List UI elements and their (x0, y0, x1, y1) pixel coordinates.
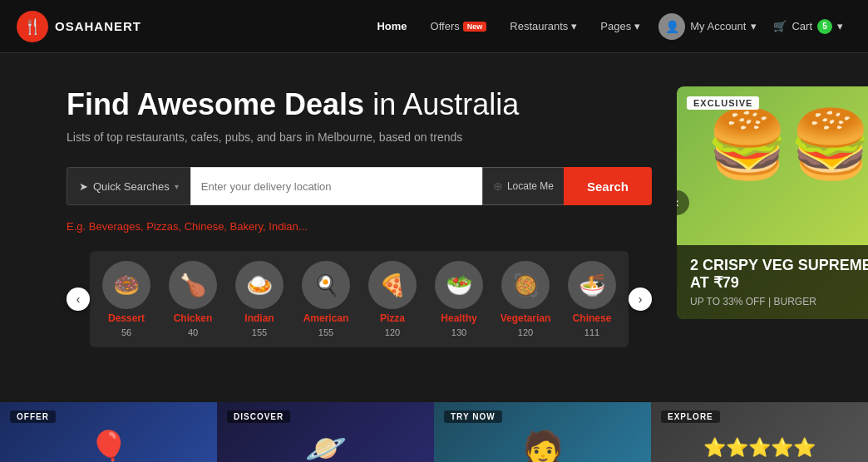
card-label-explore: EXPLORE (661, 410, 720, 423)
cart-label: Cart (792, 20, 812, 32)
chevron-down-icon: ▾ (175, 182, 179, 191)
bottom-card-try[interactable]: 🧑 TRY NOW (434, 402, 651, 462)
location-arrow-icon: ➤ (79, 180, 88, 193)
card-icon-offer: 🎈 (88, 429, 130, 463)
search-button[interactable]: Search (564, 167, 652, 205)
category-item-american[interactable]: 🍳 American 155 (296, 261, 356, 337)
suggestion-pizzas[interactable]: Pizzas, (146, 220, 181, 233)
nav-link-offers[interactable]: Offers New (421, 13, 497, 39)
category-img-american: 🍳 (302, 261, 350, 309)
card-label-discover: DISCOVER (227, 410, 290, 423)
nav-item-home[interactable]: Home (367, 13, 417, 39)
category-item-dessert[interactable]: 🍩 Dessert 56 (96, 261, 156, 337)
bottom-cards: 🎈 OFFER 🪐 DISCOVER 🧑 TRY NOW ⭐⭐⭐⭐⭐ EXPLO… (0, 402, 868, 462)
search-bar: ➤ Quick Searches ▾ ⊕ Locate Me Search (67, 167, 652, 205)
locate-me-button[interactable]: ⊕ Locate Me (482, 167, 564, 205)
logo-area[interactable]: 🍴 OSAHANERT (17, 11, 141, 42)
category-item-indian[interactable]: 🍛 Indian 155 (229, 261, 289, 337)
nav-links: Home Offers New Restaurants ▾ Pages ▾ (367, 13, 650, 39)
category-item-chicken[interactable]: 🍗 Chicken 40 (163, 261, 223, 337)
category-carousel: ‹ 🍩 Dessert 56 🍗 Chicken 40 🍛 Indian 155… (67, 251, 652, 347)
avatar: 👤 (658, 13, 685, 40)
category-img-dessert: 🍩 (102, 261, 150, 309)
offers-badge: New (463, 22, 487, 32)
suggestion-bakery[interactable]: Bakery, (230, 220, 266, 233)
locate-me-label: Locate Me (507, 180, 554, 192)
hero-subtitle: Lists of top restaurants, cafes, pubs, a… (67, 130, 652, 144)
locate-icon: ⊕ (493, 179, 503, 193)
logo-text: OSAHANERT (55, 19, 141, 33)
account-label: My Account (690, 20, 746, 32)
logo-icon: 🍴 (17, 11, 48, 42)
cart-menu[interactable]: 🛒 Cart 5 ▾ (765, 19, 851, 34)
quick-searches-label: Quick Searches (93, 180, 170, 193)
category-img-chicken: 🍗 (169, 261, 217, 309)
category-img-chinese: 🍜 (568, 261, 616, 309)
bottom-card-discover[interactable]: 🪐 DISCOVER (217, 402, 434, 462)
category-item-pizza[interactable]: 🍕 Pizza 120 (362, 261, 422, 337)
chevron-down-icon: ▾ (571, 20, 577, 32)
burger-illustration: 🍔🍔 (706, 111, 868, 178)
hero-left: Find Awesome Deals in Australia Lists of… (67, 86, 652, 347)
cart-count-badge: 5 (817, 19, 832, 34)
card-icon-explore: ⭐⭐⭐⭐⭐ (703, 437, 816, 459)
suggestions: E.g. Beverages, Pizzas, Chinese, Bakery,… (67, 220, 652, 233)
category-name-indian: Indian (244, 312, 274, 324)
nav-item-restaurants[interactable]: Restaurants ▾ (500, 13, 587, 39)
chevron-down-icon: ▾ (837, 20, 843, 32)
category-img-pizza: 🍕 (368, 261, 417, 309)
nav-link-pages[interactable]: Pages ▾ (590, 13, 650, 39)
card-icon-try: 🧑 (522, 429, 564, 463)
card-icon-discover: 🪐 (305, 429, 347, 463)
category-item-vegetarian[interactable]: 🥘 Vegetarian 120 (496, 261, 555, 337)
category-count-dessert: 56 (121, 327, 131, 337)
suggestion-indian[interactable]: Indian... (269, 220, 307, 233)
category-count-indian: 155 (252, 327, 267, 337)
category-img-indian: 🍛 (235, 261, 284, 309)
category-img-healthy: 🥗 (435, 261, 483, 309)
cart-icon: 🛒 (773, 20, 787, 32)
category-name-chinese: Chinese (573, 312, 612, 324)
nav-item-offers[interactable]: Offers New (421, 13, 497, 39)
chevron-down-icon: ▾ (751, 20, 757, 32)
category-name-chicken: Chicken (174, 312, 213, 324)
bottom-card-offer[interactable]: 🎈 OFFER (0, 402, 217, 462)
hero-section: Find Awesome Deals in Australia Lists of… (0, 53, 868, 402)
banner-info: 2 CRISPY VEG SUPREME AT ₹79 UP TO 33% OF… (677, 245, 868, 319)
category-count-american: 155 (318, 327, 333, 337)
category-name-dessert: Dessert (108, 312, 145, 324)
quick-searches-button[interactable]: ➤ Quick Searches ▾ (67, 167, 190, 205)
carousel-next-button[interactable]: › (629, 288, 652, 311)
category-name-american: American (303, 312, 349, 324)
category-count-vegetarian: 120 (518, 327, 533, 337)
banner-slide: EXCLUSIVE 🍔🍔 2 CRISPY VEG SUPREME AT ₹79… (677, 86, 868, 319)
nav-item-pages[interactable]: Pages ▾ (590, 13, 650, 39)
banner-main-text: 2 CRISPY VEG SUPREME AT ₹79 (690, 257, 868, 292)
nav-link-restaurants[interactable]: Restaurants ▾ (500, 13, 587, 39)
carousel-prev-button[interactable]: ‹ (67, 288, 90, 311)
category-item-chinese[interactable]: 🍜 Chinese 111 (562, 261, 622, 337)
navbar: 🍴 OSAHANERT Home Offers New Restaurants … (0, 0, 868, 53)
category-name-pizza: Pizza (380, 312, 405, 324)
category-item-healthy[interactable]: 🥗 Healthy 130 (429, 261, 489, 337)
suggestion-chinese[interactable]: Chinese, (185, 220, 227, 233)
location-input[interactable] (190, 167, 482, 205)
chevron-down-icon: ▾ (634, 20, 640, 32)
suggestion-beverages[interactable]: Beverages, (89, 220, 144, 233)
bottom-card-explore[interactable]: ⭐⭐⭐⭐⭐ EXPLORE (651, 402, 868, 462)
hero-banner: ‹ EXCLUSIVE 🍔🍔 2 CRISPY VEG SUPREME AT ₹… (677, 86, 868, 319)
category-name-healthy: Healthy (441, 312, 476, 324)
exclusive-badge: EXCLUSIVE (687, 96, 759, 110)
banner-sub-text: UP TO 33% OFF | BURGER (690, 296, 868, 307)
nav-link-home[interactable]: Home (367, 13, 417, 39)
category-count-chinese: 111 (584, 327, 599, 337)
category-count-chicken: 40 (188, 327, 198, 337)
category-name-vegetarian: Vegetarian (501, 312, 551, 324)
hero-title: Find Awesome Deals in Australia (67, 86, 652, 122)
category-img-vegetarian: 🥘 (501, 261, 550, 309)
category-count-healthy: 130 (451, 327, 466, 337)
card-label-try: TRY NOW (444, 410, 502, 423)
account-menu[interactable]: 👤 My Account ▾ (650, 13, 765, 40)
card-label-offer: OFFER (10, 410, 56, 423)
category-count-pizza: 120 (385, 327, 400, 337)
